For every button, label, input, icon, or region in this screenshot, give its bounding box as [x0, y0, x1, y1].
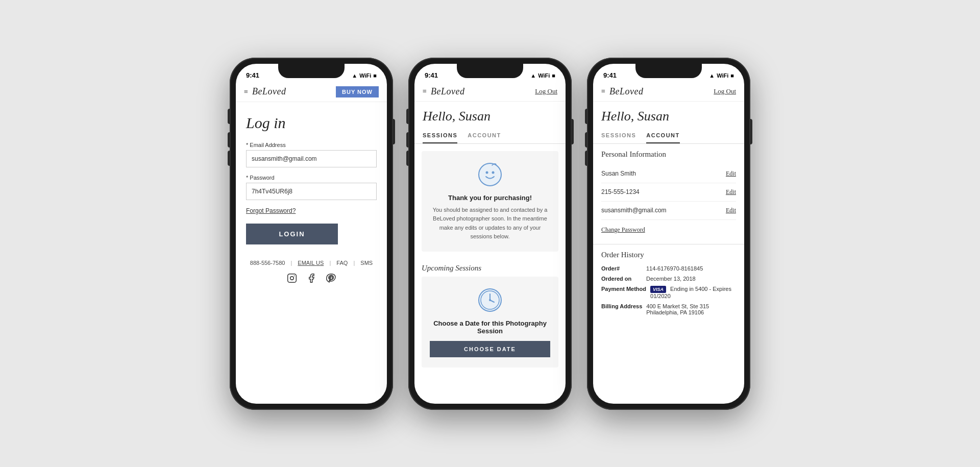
- social-icons: [246, 273, 377, 286]
- phone-login: 9:41 ▲ WiFi ■ ≡ BeLoved BUY NOW Log in *…: [230, 58, 393, 410]
- order-number-value: 114-6176970-8161845: [646, 265, 736, 272]
- footer-sms[interactable]: SMS: [360, 260, 373, 266]
- forgot-password-link[interactable]: Forgot Password?: [246, 207, 377, 214]
- pinterest-icon[interactable]: [326, 273, 336, 286]
- app-header-3: ≡ BeLoved Log Out: [593, 82, 744, 102]
- ordered-on-label: Ordered on: [601, 276, 642, 282]
- svg-point-4: [486, 171, 488, 174]
- brand-name-3: BeLoved: [609, 86, 643, 97]
- phone-account: 9:41 ▲ WiFi ■ ≡ BeLoved Log Out Hello, S…: [587, 58, 750, 410]
- email-input[interactable]: [246, 150, 377, 167]
- notch-2: [457, 64, 523, 78]
- email-edit-link[interactable]: Edit: [726, 207, 736, 214]
- email-label: * Email Address: [246, 142, 377, 148]
- app-header-2: ≡ BeLoved Log Out: [414, 82, 566, 102]
- visa-badge: VISA: [650, 286, 666, 293]
- email-row: susansmith@gmail.com Edit: [601, 202, 736, 220]
- personal-info-title: Personal Information: [601, 150, 736, 159]
- billing-label: Billing Address: [601, 303, 642, 315]
- tabs-bar-2: SESSIONS ACCOUNT: [414, 129, 566, 144]
- status-icons-2: ▲ WiFi ■: [530, 72, 555, 79]
- name-value: Susan Smith: [601, 170, 636, 177]
- time-2: 9:41: [425, 71, 438, 79]
- billing-row: Billing Address 400 E Market St, Ste 315…: [601, 303, 736, 315]
- payment-label: Payment Method: [601, 286, 646, 299]
- tab-sessions-2[interactable]: SESSIONS: [423, 129, 457, 143]
- svg-point-2: [294, 275, 295, 276]
- account-content: Hello, Susan SESSIONS ACCOUNT Personal I…: [593, 102, 744, 404]
- sessions-content: Hello, Susan SESSIONS ACCOUNT: [414, 102, 566, 404]
- login-title: Log in: [246, 114, 377, 132]
- tabs-bar-3: SESSIONS ACCOUNT: [593, 129, 744, 144]
- status-icons-1: ▲ WiFi ■: [352, 72, 377, 79]
- svg-point-10: [489, 299, 491, 301]
- order-history-title: Order History: [601, 251, 736, 259]
- session-card-title: Choose a Date for this Photography Sessi…: [430, 319, 550, 335]
- payment-value: VISA Ending in 5400 - Expires 01/2020: [650, 286, 736, 299]
- order-history-section: Order History Order# 114-6176970-8161845…: [593, 244, 744, 326]
- smiley-icon: [477, 161, 503, 188]
- payment-row: Payment Method VISA Ending in 5400 - Exp…: [601, 286, 736, 299]
- svg-point-3: [479, 163, 501, 186]
- billing-line1: 400 E Market St, Ste 315: [646, 303, 709, 309]
- phones-container: 9:41 ▲ WiFi ■ ≡ BeLoved BUY NOW Log in *…: [230, 58, 750, 410]
- payment-card: Ending in 5400 -: [670, 286, 711, 292]
- password-group: * Password: [246, 175, 377, 200]
- account-email-value: susansmith@gmail.com: [601, 207, 667, 214]
- billing-value: 400 E Market St, Ste 315 Philadelphia, P…: [646, 303, 736, 315]
- session-card: Choose a Date for this Photography Sessi…: [422, 277, 558, 367]
- thank-you-body: You should be assigned to and contacted …: [430, 206, 550, 241]
- name-edit-link[interactable]: Edit: [726, 170, 736, 178]
- greeting-2: Hello, Susan: [414, 102, 566, 129]
- login-button[interactable]: LOGIN: [246, 224, 338, 244]
- ordered-on-row: Ordered on December 13, 2018: [601, 276, 736, 282]
- buy-now-button[interactable]: BUY NOW: [336, 86, 379, 97]
- footer-phone: 888-556-7580: [250, 260, 285, 266]
- facebook-icon[interactable]: [306, 273, 316, 286]
- name-row: Susan Smith Edit: [601, 165, 736, 183]
- notch: [278, 64, 345, 78]
- time-3: 9:41: [603, 71, 617, 79]
- choose-date-button[interactable]: CHOOSE DATE: [430, 341, 550, 357]
- brand-name-2: BeLoved: [431, 86, 464, 97]
- login-content: Log in * Email Address * Password Forgot…: [236, 102, 387, 404]
- hamburger-icon-2[interactable]: ≡: [423, 87, 427, 95]
- phone-value: 215-555-1234: [601, 188, 640, 195]
- footer-email[interactable]: EMAIL US: [298, 260, 324, 266]
- svg-rect-0: [288, 274, 297, 282]
- logout-link-3[interactable]: Log Out: [714, 87, 736, 95]
- footer-contact: 888-556-7580 | EMAIL US | FAQ | SMS: [246, 260, 377, 266]
- tab-account-3[interactable]: ACCOUNT: [646, 129, 680, 143]
- clock-icon: [477, 287, 503, 313]
- thank-you-card: Thank you for purchasing! You should be …: [422, 151, 558, 252]
- hamburger-icon-3[interactable]: ≡: [601, 87, 605, 95]
- status-icons-3: ▲ WiFi ■: [709, 72, 734, 79]
- order-number-row: Order# 114-6176970-8161845: [601, 265, 736, 272]
- greeting-3: Hello, Susan: [593, 102, 744, 129]
- svg-point-5: [492, 171, 495, 174]
- app-header-1: ≡ BeLoved BUY NOW: [236, 82, 387, 102]
- tab-account-2[interactable]: ACCOUNT: [468, 129, 501, 143]
- thank-you-title: Thank you for purchasing!: [430, 194, 550, 202]
- tab-sessions-3[interactable]: SESSIONS: [601, 129, 636, 143]
- change-password-link[interactable]: Change Password: [601, 220, 736, 236]
- instagram-icon[interactable]: [287, 273, 297, 286]
- phone-row: 215-555-1234 Edit: [601, 183, 736, 202]
- footer-faq[interactable]: FAQ: [336, 260, 348, 266]
- phone-sessions: 9:41 ▲ WiFi ■ ≡ BeLoved Log Out Hello, S…: [408, 58, 572, 410]
- personal-info-section: Personal Information Susan Smith Edit 21…: [593, 144, 744, 242]
- billing-line2: Philadelphia, PA 19106: [646, 309, 704, 315]
- upcoming-sessions-label: Upcoming Sessions: [414, 259, 566, 277]
- svg-point-1: [290, 276, 294, 280]
- password-input[interactable]: [246, 183, 377, 200]
- ordered-on-value: December 13, 2018: [646, 276, 736, 282]
- phone-edit-link[interactable]: Edit: [726, 188, 736, 196]
- time-1: 9:41: [246, 71, 259, 79]
- notch-3: [635, 64, 702, 78]
- email-group: * Email Address: [246, 142, 377, 167]
- brand-name-1: BeLoved: [252, 86, 286, 97]
- password-label: * Password: [246, 175, 377, 181]
- hamburger-icon-1[interactable]: ≡: [244, 88, 248, 96]
- logout-link-2[interactable]: Log Out: [535, 87, 557, 95]
- order-number-label: Order#: [601, 265, 642, 272]
